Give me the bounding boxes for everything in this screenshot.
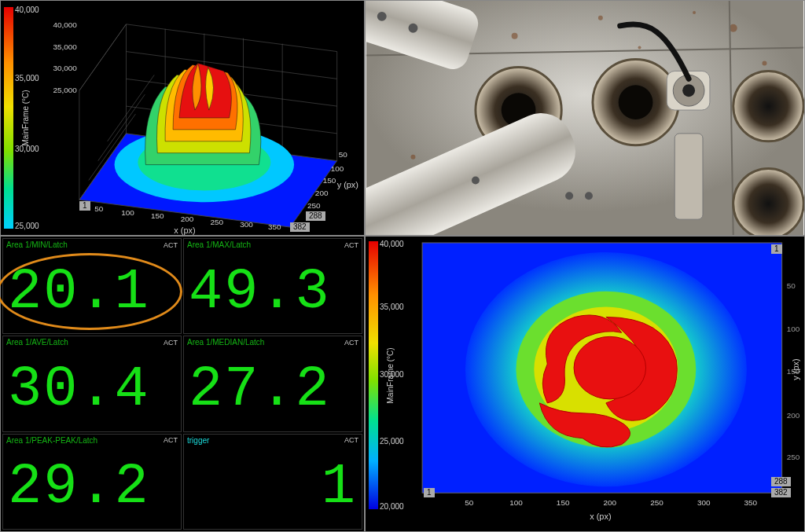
readout-title: Area 1/MEDIAN/Latch <box>187 338 264 347</box>
svg-text:150: 150 <box>151 211 164 220</box>
x-axis-label-3d: x (px) <box>174 226 195 235</box>
readout-title: trigger <box>187 436 209 445</box>
y-axis-label-3d: y (px) <box>337 180 358 189</box>
svg-line-2 <box>126 52 336 79</box>
readout-title: Area 1/MAX/Latch <box>187 240 251 249</box>
svg-text:50: 50 <box>465 498 474 507</box>
readout-trigger[interactable]: triggerACT 1 <box>183 434 362 530</box>
readout-title: Area 1/AVE/Latch <box>6 338 68 347</box>
readout-value: 27.2 <box>184 348 362 431</box>
x-min-badge-2d: 1 <box>424 488 435 497</box>
readout-min[interactable]: Area 1/MIN/LatchACT 20.1 <box>2 238 182 334</box>
y-min-badge-2d: 1 <box>771 244 782 254</box>
svg-text:100: 100 <box>787 325 800 333</box>
cb2d-tick: 35,000 <box>380 303 404 311</box>
y-axis-label-2d: y (px) <box>791 358 800 380</box>
x-min-badge: 1 <box>79 201 90 211</box>
y-max-badge: 288 <box>306 211 325 221</box>
svg-point-55 <box>682 84 695 97</box>
cb3d-tick: 25,000 <box>15 222 39 230</box>
readout-title: Area 1/PEAK-PEAK/Latch <box>6 436 97 445</box>
act-label: ACT <box>164 241 178 249</box>
svg-text:200: 200 <box>315 189 329 197</box>
readout-value: 20.1 <box>3 251 181 333</box>
svg-text:250: 250 <box>307 201 321 210</box>
svg-text:200: 200 <box>787 411 800 420</box>
svg-text:150: 150 <box>323 176 336 185</box>
svg-point-46 <box>733 71 803 141</box>
svg-line-1 <box>79 24 127 90</box>
readout-title: Area 1/MIN/Latch <box>6 240 68 249</box>
svg-point-56 <box>565 192 573 200</box>
act-label: ACT <box>164 436 178 444</box>
svg-text:35,000: 35,000 <box>53 42 78 51</box>
surface-3d-plot: 50100150 200250300350 x (px) 50100150 20… <box>1 1 364 235</box>
act-label: ACT <box>344 436 358 444</box>
svg-point-38 <box>410 155 415 160</box>
readouts-panel: Area 1/MIN/LatchACT 20.1 Area 1/MAX/Latc… <box>0 236 365 532</box>
x-axis-label-2d: x (px) <box>590 512 611 521</box>
act-label: ACT <box>344 241 358 249</box>
svg-text:40,000: 40,000 <box>53 20 78 29</box>
svg-text:100: 100 <box>121 208 134 217</box>
svg-point-33 <box>512 33 518 39</box>
colorbar-3d: 40,000 35,000 30,000 25,000 MainFrame (°… <box>4 7 28 229</box>
readout-value: 1 <box>184 446 362 529</box>
cb3d-tick: 40,000 <box>15 6 39 14</box>
svg-point-45 <box>619 85 653 119</box>
svg-point-34 <box>598 16 603 20</box>
svg-point-50 <box>409 24 418 33</box>
svg-text:250: 250 <box>650 498 663 507</box>
colorbar-2d: 40,000 35,000 30,000 25,000 20,000 MainF… <box>369 241 392 509</box>
readout-value: 30.4 <box>3 348 181 431</box>
svg-text:300: 300 <box>240 220 253 229</box>
svg-point-49 <box>377 12 387 21</box>
svg-text:250: 250 <box>787 453 800 461</box>
svg-text:350: 350 <box>744 498 758 507</box>
cb2d-tick: 20,000 <box>380 502 404 511</box>
svg-text:350: 350 <box>268 222 281 231</box>
svg-text:50: 50 <box>94 204 104 213</box>
y-max-badge-2d: 288 <box>771 477 791 486</box>
svg-point-35 <box>638 46 641 50</box>
thermal-3d-surface-panel[interactable]: 40,000 35,000 30,000 25,000 MainFrame (°… <box>0 0 365 236</box>
svg-rect-52 <box>675 134 703 219</box>
svg-text:25,000: 25,000 <box>53 86 78 94</box>
svg-text:50: 50 <box>339 150 348 159</box>
svg-text:200: 200 <box>181 215 194 223</box>
svg-text:100: 100 <box>331 164 344 173</box>
svg-point-58 <box>472 177 480 185</box>
x-max-badge: 382 <box>290 222 310 232</box>
svg-text:30,000: 30,000 <box>53 64 78 72</box>
svg-text:300: 300 <box>697 498 711 507</box>
act-label: ACT <box>164 339 178 347</box>
svg-point-63 <box>574 336 646 399</box>
svg-text:100: 100 <box>509 498 523 507</box>
cb2d-tick: 25,000 <box>380 437 404 446</box>
camera-view-panel[interactable] <box>365 0 805 236</box>
readout-peakpeak[interactable]: Area 1/PEAK-PEAK/LatchACT 29.2 <box>2 434 182 530</box>
svg-point-47 <box>733 169 803 235</box>
svg-point-57 <box>585 192 593 200</box>
colorbar-2d-label: MainFrame (°C) <box>386 347 395 403</box>
readout-median[interactable]: Area 1/MEDIAN/LatchACT 27.2 <box>183 336 362 431</box>
act-label: ACT <box>344 339 358 347</box>
readout-value: 29.2 <box>3 446 181 529</box>
cb2d-tick: 40,000 <box>380 240 404 248</box>
cb3d-tick: 35,000 <box>15 74 39 83</box>
svg-point-37 <box>762 61 766 65</box>
svg-text:50: 50 <box>787 281 796 290</box>
svg-point-39 <box>693 11 696 14</box>
svg-text:250: 250 <box>210 218 223 226</box>
heatmap-2d-plot: 50100150 200250300350 x (px) 50100150 20… <box>366 237 804 531</box>
svg-text:200: 200 <box>604 498 617 507</box>
svg-text:150: 150 <box>557 498 570 507</box>
readout-ave[interactable]: Area 1/AVE/LatchACT 30.4 <box>2 336 182 431</box>
colorbar-3d-label: MainFrame (°C) <box>21 90 30 145</box>
readout-max[interactable]: Area 1/MAX/LatchACT 49.3 <box>183 238 362 334</box>
camera-image <box>366 1 804 235</box>
x-max-badge-2d: 382 <box>771 488 791 497</box>
thermal-2d-heatmap-panel[interactable]: 40,000 35,000 30,000 25,000 20,000 MainF… <box>365 236 805 532</box>
readout-value: 49.3 <box>184 251 362 333</box>
